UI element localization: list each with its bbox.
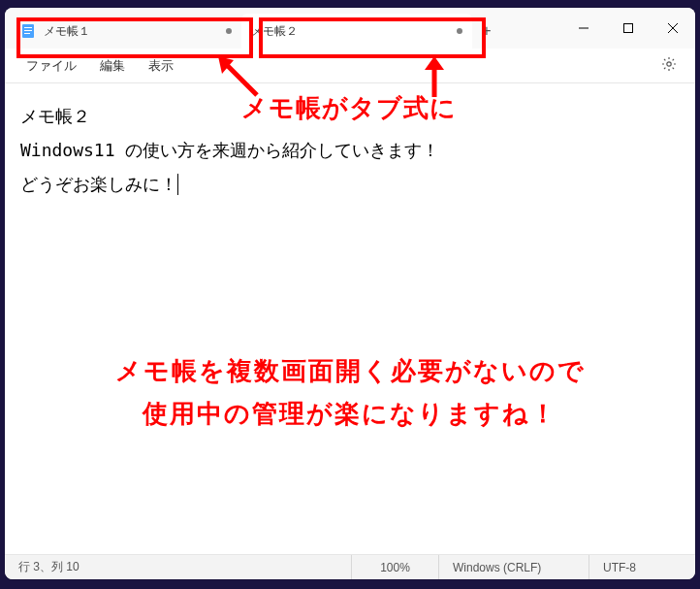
statusbar: 行 3、列 10 100% Windows (CRLF) UTF-8: [5, 554, 695, 579]
tab-label: メモ帳２: [251, 23, 449, 40]
editor-line: メモ帳２: [20, 106, 90, 126]
close-button[interactable]: [651, 8, 695, 49]
menubar: ファイル 編集 表示: [5, 49, 695, 83]
notepad-icon: [20, 23, 36, 39]
window-controls: [561, 8, 695, 49]
editor-line: どうぞお楽しみに！: [20, 174, 177, 194]
text-editor[interactable]: メモ帳２ Windows11 の使い方を来週から紹介していきます！ どうぞお楽し…: [5, 83, 695, 554]
status-zoom[interactable]: 100%: [351, 555, 438, 579]
menu-file[interactable]: ファイル: [16, 53, 86, 79]
svg-rect-1: [24, 27, 32, 28]
svg-rect-5: [624, 24, 633, 33]
titlebar: メモ帳１ メモ帳２ +: [5, 8, 695, 49]
status-position: 行 3、列 10: [5, 555, 351, 579]
maximize-button[interactable]: [606, 8, 651, 49]
status-eol: Windows (CRLF): [438, 555, 589, 579]
gear-icon: [661, 56, 677, 76]
status-encoding: UTF-8: [589, 555, 695, 579]
svg-rect-2: [24, 30, 32, 31]
new-tab-button[interactable]: +: [472, 14, 501, 49]
settings-button[interactable]: [654, 51, 684, 81]
tab-label: メモ帳１: [44, 23, 218, 40]
minimize-button[interactable]: [561, 8, 606, 49]
svg-rect-3: [24, 33, 30, 34]
notepad-window: メモ帳１ メモ帳２ + ファイル 編集 表示: [5, 8, 695, 579]
editor-line: Windows11 の使い方を来週から紹介していきます！: [20, 140, 439, 160]
tab-1[interactable]: メモ帳１: [11, 14, 241, 49]
menu-view[interactable]: 表示: [139, 53, 183, 79]
modified-dot-icon: [457, 28, 462, 34]
svg-point-8: [667, 61, 671, 65]
menu-edit[interactable]: 編集: [90, 53, 135, 79]
text-caret: [177, 174, 178, 195]
tab-2[interactable]: メモ帳２: [241, 14, 472, 49]
modified-dot-icon: [226, 28, 232, 34]
tab-strip: メモ帳１ メモ帳２ +: [5, 8, 561, 49]
